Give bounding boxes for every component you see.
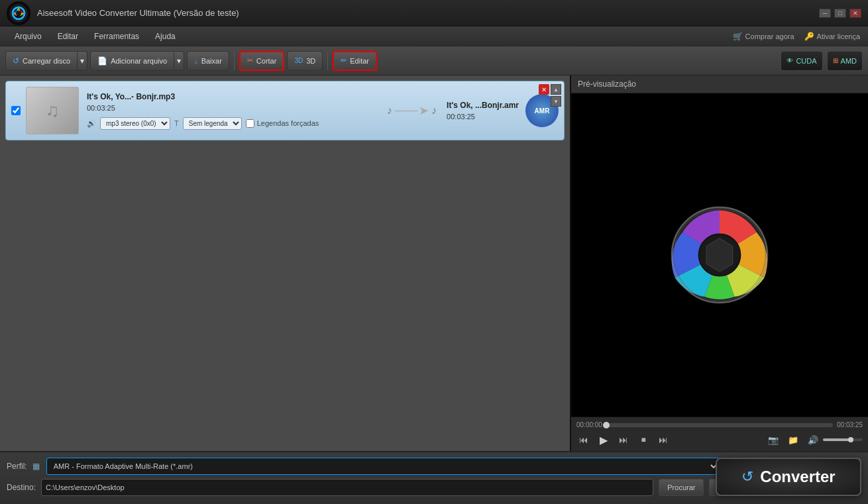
menu-ferramentas[interactable]: Ferramentas [86,29,147,44]
profile-label-text: Perfil: [7,462,27,471]
file-item: ♫ It's Ok, Yo...- Bonjr.mp3 00:03:25 🔊 m… [5,81,565,140]
load-disc-group: ↺ Carregar disco ▾ [5,51,87,71]
menu-ajuda[interactable]: Ajuda [147,29,184,44]
file-options: 🔊 mp3 stereo (0x0) T Sem legenda Legenda… [87,117,377,130]
add-file-label: Adicionar arquivo [111,57,167,65]
dest-path-input[interactable] [41,479,653,496]
load-disc-label: Carregar disco [23,57,70,65]
forced-subtitle-checkbox[interactable] [246,119,254,128]
volume-track[interactable] [823,438,863,441]
toolbar-right: 👁 CUDA ⊞ AMD [781,51,863,71]
time-start: 00:00:00 [576,421,602,428]
input-file-name: It's Ok, Yo...- Bonjr.mp3 [87,92,377,101]
dest-label-text: Destino: [7,483,36,492]
add-file-icon: 📄 [97,56,107,66]
play-button[interactable]: ▶ [596,432,611,447]
progress-bar-area: 00:00:00 00:03:25 [576,421,863,428]
playback-controls: ⏮ ▶ ⏭ ■ ⏭ 📷 📁 🔊 [576,432,863,447]
scroll-up-button[interactable]: ▲ [551,84,561,95]
fast-forward-button[interactable]: ⏭ [616,432,631,447]
subtitle-option-select[interactable]: Sem legenda [183,117,242,130]
cuda-label: CUDA [796,57,816,65]
arrow-source-icon: ♪ [387,105,392,117]
video-controls: 00:00:00 00:03:25 ⏮ ▶ ⏭ ■ ⏭ 📷 📁 🔊 [571,417,868,451]
file-checkbox[interactable] [11,106,21,115]
toolbar-separator-1 [234,52,235,70]
preview-label: Pré-visualização [571,76,868,93]
browse-button[interactable]: Procurar [659,479,704,496]
main-content: ♫ It's Ok, Yo...- Bonjr.mp3 00:03:25 🔊 m… [0,76,868,451]
download-button[interactable]: ↓ Baixar [187,51,229,71]
output-info: It's Ok, ...Bonjr.amr 00:03:25 [447,101,519,121]
menu-arquivo[interactable]: Arquivo [7,29,50,44]
activate-button[interactable]: 🔑 Ativar licença [804,32,860,41]
arrow-dest-icon: ♪ [431,105,437,117]
add-file-group: 📄 Adicionar arquivo ▾ [90,51,184,71]
rewind-button[interactable]: ⏮ [576,432,591,447]
load-disc-button[interactable]: ↺ Carregar disco [5,51,78,71]
cut-label: Cortar [256,57,277,65]
preview-logo [660,195,779,315]
stop-button[interactable]: ■ [636,432,651,447]
edit-button[interactable]: ✏ Editar [333,51,377,71]
volume-fill [823,438,851,441]
time-end: 00:03:25 [837,421,863,428]
close-button[interactable]: ✕ [849,9,861,18]
input-file-duration: 00:03:25 [87,104,377,112]
toolbar: ↺ Carregar disco ▾ 📄 Adicionar arquivo ▾… [0,46,868,76]
arrow-row: ♪ ─── ➤ ♪ [387,103,437,118]
convert-button[interactable]: ↺ Converter [716,458,861,496]
music-note-icon: ♫ [46,100,60,121]
cart-icon: 🛒 [733,32,743,41]
arrow-dash: ─── [395,104,416,118]
title-bar: Aiseesoft Video Converter Ultimate (Vers… [0,0,868,26]
add-file-button[interactable]: 📄 Adicionar arquivo [90,51,174,71]
menu-bar: Arquivo Editar Ferramentas Ajuda 🛒 Compr… [0,26,868,46]
convert-arrow: ♪ ─── ➤ ♪ [387,103,437,118]
minimize-button[interactable]: ─ [819,9,831,18]
download-label: Baixar [201,57,222,65]
volume-icon[interactable]: 🔊 [806,432,820,447]
file-close-button[interactable]: ✕ [539,84,549,95]
cuda-button[interactable]: 👁 CUDA [781,51,822,71]
download-icon: ↓ [194,57,198,65]
progress-track[interactable] [606,423,833,427]
buy-button[interactable]: 🛒 Comprar agora [733,32,794,41]
buy-label: Comprar agora [745,32,794,40]
convert-label: Converter [760,468,835,486]
preview-video [571,93,868,417]
cuda-icon: 👁 [787,57,793,64]
menu-editar[interactable]: Editar [50,29,86,44]
file-scroll-buttons: ▲ ▼ [551,84,561,107]
add-file-dropdown[interactable]: ▾ [174,51,184,71]
activate-label: Ativar licença [817,32,860,40]
svg-point-2 [16,11,21,16]
forced-subtitle-label: Legendas forçadas [246,119,319,128]
convert-icon: ↺ [741,468,753,485]
scroll-down-button[interactable]: ▼ [551,96,561,107]
disc-icon: ↺ [13,56,19,66]
scissors-icon: ✂ [247,56,253,65]
edit-icon: ✏ [341,56,347,65]
volume-area: 🔊 [806,432,863,447]
profile-icon: ▦ [32,462,40,471]
audio-option-select[interactable]: mp3 stereo (0x0) [100,117,170,130]
amd-button[interactable]: ⊞ AMD [827,51,863,71]
audio-icon: 🔊 [87,119,96,128]
progress-thumb [603,422,610,428]
threed-button[interactable]: 3D 3D [287,51,323,71]
subtitle-icon: T [174,119,179,127]
key-icon: 🔑 [804,32,814,41]
maximize-button[interactable]: □ [834,9,846,18]
skip-end-button[interactable]: ⏭ [656,432,671,447]
preview-area: Pré-visualização [570,76,868,451]
file-list-area: ♫ It's Ok, Yo...- Bonjr.mp3 00:03:25 🔊 m… [0,76,570,451]
cut-button[interactable]: ✂ Cortar [239,51,285,71]
load-disc-dropdown[interactable]: ▾ [78,51,87,71]
profile-select[interactable]: AMR - Formato Adaptive Multi-Rate (*.amr… [46,458,720,475]
forced-subtitle-text: Legendas forçadas [257,119,319,127]
file-thumbnail: ♫ [26,87,79,134]
app-logo [7,1,30,25]
screenshot-button[interactable]: 📷 [766,432,781,447]
folder-button[interactable]: 📁 [786,432,800,447]
